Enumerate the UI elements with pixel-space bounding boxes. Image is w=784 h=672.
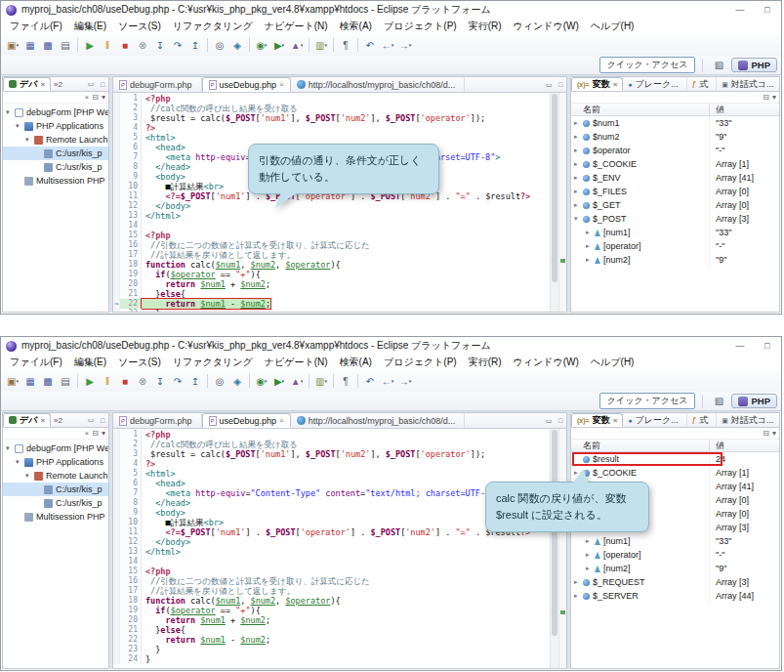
expander-icon[interactable]: ▾ xyxy=(574,215,583,223)
print-button[interactable]: ▤ xyxy=(58,37,73,54)
variable-row[interactable]: ▸ [num1] "33" xyxy=(571,226,779,239)
remove-terminated-button[interactable]: × xyxy=(85,430,90,438)
scrollbar-thumb[interactable] xyxy=(552,430,557,636)
debug-button[interactable]: ◉▾ xyxy=(254,37,269,54)
close-view-icon[interactable]: × xyxy=(40,80,45,89)
terminate-button[interactable]: ■ xyxy=(117,373,133,390)
titlebar[interactable]: myproj_basic/ch08/useDebug.php - C:¥usr¥… xyxy=(1,1,781,19)
expander-icon[interactable]: ▸ xyxy=(574,160,583,168)
minimize-button[interactable]: — xyxy=(726,1,754,19)
view-overflow-indicator[interactable]: »2 xyxy=(51,416,65,425)
minimize-editor-button[interactable]: ▭ xyxy=(543,417,555,425)
tree-item[interactable]: Multisession PHP xyxy=(3,510,108,524)
menu-item[interactable]: ファイル(F) xyxy=(4,356,68,369)
search-button[interactable]: ◎ xyxy=(212,373,227,390)
menu-item[interactable]: 実行(R) xyxy=(463,20,508,33)
tree-item[interactable]: ▾ PHP Applications xyxy=(3,119,108,133)
tree-item[interactable]: ▾ Remote Launch xyxy=(3,133,108,147)
minimize-button[interactable]: — xyxy=(726,337,754,355)
expander-icon[interactable]: ▸ xyxy=(574,119,583,127)
close-view-icon[interactable]: × xyxy=(613,80,618,89)
variable-row[interactable]: ▸ $operator "-" xyxy=(571,144,779,157)
close-tab-icon[interactable]: × xyxy=(279,416,284,425)
resume-button[interactable]: ▶ xyxy=(82,373,98,390)
resume-button[interactable]: ▶ xyxy=(82,37,98,54)
editor-tab[interactable]: debugForm.php xyxy=(113,413,202,428)
profile-button[interactable]: ▲▾ xyxy=(289,373,305,390)
php-perspective-button[interactable]: PHP xyxy=(731,58,777,72)
expander-icon[interactable]: ▸ xyxy=(574,147,583,154)
menu-item[interactable]: 編集(E) xyxy=(68,356,112,369)
show-whitespace-button[interactable]: ¶ xyxy=(338,37,353,54)
expander-icon[interactable]: ▸ xyxy=(586,551,595,559)
back-button[interactable]: ←▾ xyxy=(380,373,395,390)
variable-row[interactable]: ▾ $_POST Array [3] xyxy=(571,212,779,226)
profile-button[interactable]: ▲▾ xyxy=(289,37,305,54)
new-wizard-button[interactable]: ▣▾ xyxy=(5,373,21,390)
close-tab-icon[interactable]: × xyxy=(279,80,284,89)
expander-icon[interactable]: ▾ xyxy=(16,458,24,466)
column-value-header[interactable]: 値 xyxy=(710,104,724,116)
menu-item[interactable]: プロジェクト(P) xyxy=(378,356,463,369)
view-menu-button[interactable]: ▾ xyxy=(772,94,776,102)
run-button[interactable]: ▶▾ xyxy=(271,373,287,390)
variable-row[interactable]: $result 24 xyxy=(571,452,779,466)
editor-tab[interactable]: useDebug.php × xyxy=(202,77,291,92)
maximize-editor-button[interactable]: □ xyxy=(555,81,566,88)
step-into-button[interactable]: ↧ xyxy=(152,373,168,390)
editor-tab[interactable]: http://localhost/myproj_basic/ch08/d... xyxy=(291,413,466,428)
tree-item[interactable]: C:/usr/kis_p xyxy=(3,147,108,160)
new-wizard-button[interactable]: ▣▾ xyxy=(5,37,21,54)
column-value-header[interactable]: 値 xyxy=(710,440,724,452)
print-button[interactable]: ▤ xyxy=(58,373,73,390)
editor-tab[interactable]: useDebug.php × xyxy=(202,413,291,428)
menu-item[interactable]: リファクタリング xyxy=(167,20,259,33)
last-edit-location-button[interactable]: ↶ xyxy=(362,373,378,390)
back-button[interactable]: ←▾ xyxy=(380,37,395,54)
step-return-button[interactable]: ↥ xyxy=(187,37,203,54)
view-tab[interactable]: ▣ 対話式コ... xyxy=(717,77,780,91)
overview-ruler[interactable] xyxy=(558,429,566,668)
suspend-button[interactable]: ‖ xyxy=(100,373,115,390)
menu-item[interactable]: ウィンドウ(W) xyxy=(508,356,585,369)
code-editor[interactable]: 1 <?php 2 //calc関数の呼び出し結果を受け取る 3 $result… xyxy=(113,429,550,668)
open-perspective-button[interactable]: ▧ xyxy=(711,57,726,73)
coverage-button[interactable]: ▥▾ xyxy=(313,37,329,54)
code-editor[interactable]: 1 <?php 2 //calc関数の呼び出し結果を受け取る 3 $result… xyxy=(113,93,550,312)
save-button[interactable]: ▦ xyxy=(22,373,38,390)
debug-launch-tree[interactable]: ▾ debugForm [PHP We ▾ PHP Applications ▾… xyxy=(3,440,108,524)
open-perspective-button[interactable]: ▧ xyxy=(711,393,726,409)
save-all-button[interactable]: ▩ xyxy=(40,373,56,390)
view-tab[interactable]: ● ブレーク... xyxy=(623,413,686,427)
minimize-editor-button[interactable]: ▭ xyxy=(543,81,555,89)
step-into-button[interactable]: ↧ xyxy=(152,37,168,54)
variable-row[interactable]: ▸ [operator] "-" xyxy=(571,548,779,562)
expander-icon[interactable]: ▾ xyxy=(6,108,15,116)
minimize-view-button[interactable]: ▭ xyxy=(85,416,97,424)
column-name-header[interactable]: 名前 xyxy=(571,440,710,452)
annotation-marker[interactable] xyxy=(560,610,565,614)
step-over-button[interactable]: ↷ xyxy=(170,37,186,54)
last-edit-location-button[interactable]: ↶ xyxy=(362,37,378,54)
column-name-header[interactable]: 名前 xyxy=(571,104,710,116)
collapse-all-button[interactable]: ⊟ xyxy=(763,430,769,438)
menu-item[interactable]: ソース(S) xyxy=(112,20,167,33)
debug-button[interactable]: ◉▾ xyxy=(254,373,269,390)
show-whitespace-button[interactable]: ¶ xyxy=(338,373,353,390)
tree-item[interactable]: ▾ debugForm [PHP We xyxy=(3,105,108,119)
minimize-view-button[interactable]: ▭ xyxy=(85,80,97,88)
debug-view-tab[interactable]: デバ × xyxy=(3,413,51,427)
expander-icon[interactable]: ▸ xyxy=(574,133,583,141)
terminate-button[interactable]: ■ xyxy=(117,37,133,54)
suspend-button[interactable]: ‖ xyxy=(100,37,115,54)
save-all-button[interactable]: ▩ xyxy=(40,37,56,54)
run-button[interactable]: ▶▾ xyxy=(271,37,287,54)
view-tab[interactable]: (x)= 変数 × xyxy=(571,413,623,427)
close-view-icon[interactable]: × xyxy=(40,416,45,425)
view-menu-button[interactable]: ▾ xyxy=(772,430,776,438)
editor-tab[interactable]: http://localhost/myproj_basic/ch08/d... xyxy=(291,77,466,92)
open-type-button[interactable]: ◈ xyxy=(229,373,245,390)
variable-row[interactable]: ▸ [num2] "9" xyxy=(571,562,779,575)
variable-row[interactable]: ▸ [num2] "9" xyxy=(571,253,779,267)
tree-item[interactable]: C:/usr/kis_p xyxy=(3,483,108,496)
